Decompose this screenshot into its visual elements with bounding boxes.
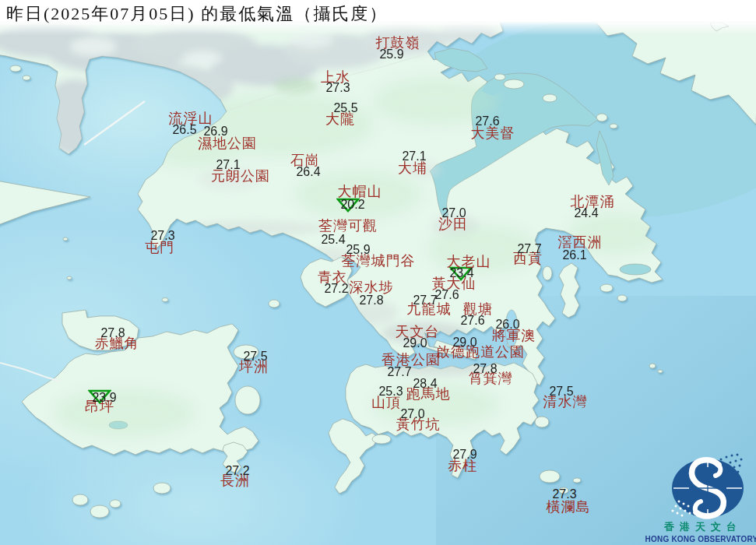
station-value: 24.4 <box>574 207 598 220</box>
soko-island-2 <box>90 505 109 518</box>
station-name: 濕地公園 <box>198 136 257 150</box>
islet-5 <box>162 298 168 302</box>
station-name: 大埔 <box>398 161 427 175</box>
station-value: 27.6 <box>460 315 484 327</box>
islet-4 <box>67 276 72 280</box>
ap-lei-chau-island <box>372 434 391 444</box>
station-value: 27.3 <box>150 230 174 242</box>
station-value: 29.0 <box>403 337 427 350</box>
station-value: 27.0 <box>400 408 424 420</box>
jin-island-1 <box>600 284 613 292</box>
islet-2 <box>610 124 617 128</box>
station-value: 25.9 <box>346 244 370 256</box>
tolo-islet-1 <box>504 79 524 89</box>
station-name: 大美督 <box>471 126 515 140</box>
station-name: 荃灣可觀 <box>318 219 378 233</box>
station-value: 27.0 <box>441 207 466 220</box>
station-value: 25.9 <box>379 48 403 61</box>
po-toi-island <box>540 470 560 483</box>
station-value: 27.9 <box>452 448 476 461</box>
station-value: 29.0 <box>452 336 476 349</box>
jin-island-2 <box>617 295 627 301</box>
hei-ling-chau-island <box>235 386 260 414</box>
weather-map: 昨日(2025年07月05日) 的最低氣溫（攝氏度） 打鼓嶺25.9上水27.3… <box>0 0 756 545</box>
station-name: 深水埗 <box>350 280 394 294</box>
station-value: 27.8 <box>473 363 497 375</box>
station-value: 25.4 <box>321 234 345 246</box>
hong-kong-map <box>0 0 756 545</box>
station-value: 23.9 <box>92 392 116 404</box>
station-value: 26.0 <box>495 318 519 331</box>
station-value: 27.8 <box>100 327 125 339</box>
soko-island-1 <box>72 494 88 505</box>
islet-3 <box>63 237 68 241</box>
station-value: 27.3 <box>552 488 576 501</box>
station-value: 26.4 <box>296 166 320 178</box>
station-value: 27.2 <box>324 283 348 295</box>
station-name: 橫瀾島 <box>547 500 591 514</box>
map-title: 昨日(2025年07月05日) 的最低氣溫（攝氏度） <box>6 2 388 26</box>
logo-chinese-text: 香港天文台 <box>664 520 742 534</box>
station-value: 26.1 <box>562 249 586 262</box>
tolo-islet-2 <box>543 94 557 102</box>
station-value: 25.3 <box>378 385 403 398</box>
station-value: 27.7 <box>413 294 437 307</box>
tap-mun-island <box>596 114 607 121</box>
station-value: 26.9 <box>203 125 227 138</box>
station-value: 27.6 <box>434 289 459 301</box>
ninepin-island-2 <box>658 370 663 373</box>
station-value: 26.5 <box>172 124 196 136</box>
station-value: 27.8 <box>359 294 383 307</box>
station-value: 27.5 <box>243 350 267 363</box>
sharp-island <box>543 266 552 280</box>
tolo-islet-3 <box>494 74 505 80</box>
station-value: 27.2 <box>225 465 249 477</box>
tung-lung-island <box>535 417 549 427</box>
soko-island-3 <box>110 500 121 508</box>
deep-bay-islet-1 <box>10 65 21 72</box>
station-value: 27.6 <box>475 115 499 128</box>
station-name: 啟德跑道公園 <box>436 345 525 359</box>
ninepin-island-1 <box>649 364 656 368</box>
station-value: 25.5 <box>333 102 357 114</box>
station-name: 屯門 <box>145 241 174 255</box>
station-value: 27.5 <box>549 385 573 398</box>
deep-bay-islet-2 <box>23 76 30 80</box>
shek-kwu-chau-island <box>153 483 171 494</box>
high-island-reservoir <box>620 264 651 275</box>
station-value: 27.1 <box>216 159 240 171</box>
station-value: 27.3 <box>325 82 350 94</box>
station-value: 27.7 <box>387 366 411 378</box>
station-value: 27.1 <box>402 150 426 163</box>
station-value: 27.7 <box>517 243 541 255</box>
station-value: 20.2 <box>340 199 364 211</box>
logo-english-text: HONG KONG OBSERVATORY <box>645 535 756 543</box>
waglan-island <box>573 478 581 483</box>
ma-wan-island <box>269 300 280 308</box>
station-name: 滘西洲 <box>558 235 603 249</box>
station-name: 大帽山 <box>338 185 382 199</box>
station-value: 28.4 <box>413 378 437 390</box>
